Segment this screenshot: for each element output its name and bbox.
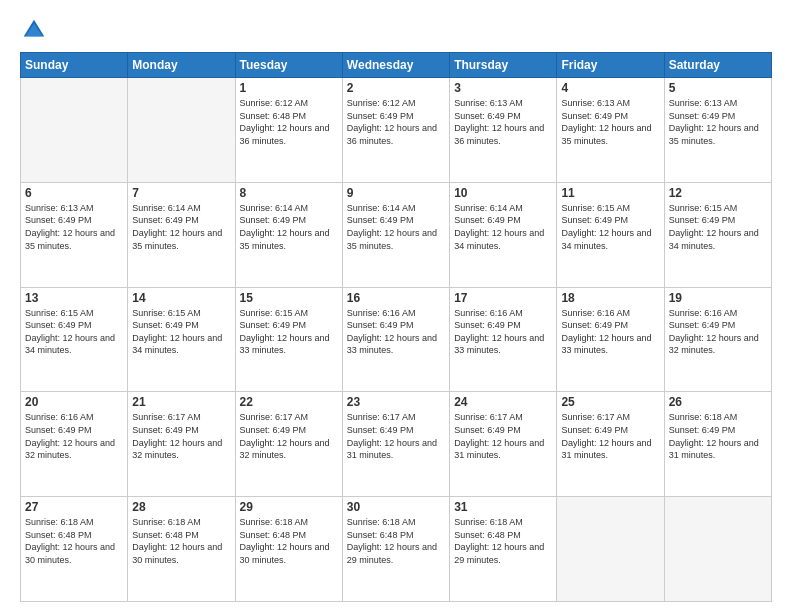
day-detail: Sunrise: 6:12 AM Sunset: 6:49 PM Dayligh…: [347, 97, 445, 147]
calendar-cell: 27Sunrise: 6:18 AM Sunset: 6:48 PM Dayli…: [21, 497, 128, 602]
day-number: 24: [454, 395, 552, 409]
day-detail: Sunrise: 6:14 AM Sunset: 6:49 PM Dayligh…: [454, 202, 552, 252]
calendar-cell: 1Sunrise: 6:12 AM Sunset: 6:48 PM Daylig…: [235, 78, 342, 183]
dow-header-friday: Friday: [557, 53, 664, 78]
calendar-cell: [128, 78, 235, 183]
day-number: 7: [132, 186, 230, 200]
calendar-cell: 4Sunrise: 6:13 AM Sunset: 6:49 PM Daylig…: [557, 78, 664, 183]
day-number: 25: [561, 395, 659, 409]
calendar-cell: [21, 78, 128, 183]
day-detail: Sunrise: 6:16 AM Sunset: 6:49 PM Dayligh…: [561, 307, 659, 357]
calendar-cell: 29Sunrise: 6:18 AM Sunset: 6:48 PM Dayli…: [235, 497, 342, 602]
calendar-cell: 31Sunrise: 6:18 AM Sunset: 6:48 PM Dayli…: [450, 497, 557, 602]
day-detail: Sunrise: 6:18 AM Sunset: 6:48 PM Dayligh…: [132, 516, 230, 566]
day-detail: Sunrise: 6:15 AM Sunset: 6:49 PM Dayligh…: [132, 307, 230, 357]
calendar-cell: 2Sunrise: 6:12 AM Sunset: 6:49 PM Daylig…: [342, 78, 449, 183]
day-number: 11: [561, 186, 659, 200]
calendar-cell: 23Sunrise: 6:17 AM Sunset: 6:49 PM Dayli…: [342, 392, 449, 497]
day-detail: Sunrise: 6:17 AM Sunset: 6:49 PM Dayligh…: [454, 411, 552, 461]
day-number: 13: [25, 291, 123, 305]
day-detail: Sunrise: 6:16 AM Sunset: 6:49 PM Dayligh…: [25, 411, 123, 461]
calendar-cell: 26Sunrise: 6:18 AM Sunset: 6:49 PM Dayli…: [664, 392, 771, 497]
day-number: 5: [669, 81, 767, 95]
calendar-cell: 19Sunrise: 6:16 AM Sunset: 6:49 PM Dayli…: [664, 287, 771, 392]
day-number: 9: [347, 186, 445, 200]
day-detail: Sunrise: 6:17 AM Sunset: 6:49 PM Dayligh…: [561, 411, 659, 461]
dow-header-saturday: Saturday: [664, 53, 771, 78]
calendar-cell: 6Sunrise: 6:13 AM Sunset: 6:49 PM Daylig…: [21, 182, 128, 287]
week-row-1: 1Sunrise: 6:12 AM Sunset: 6:48 PM Daylig…: [21, 78, 772, 183]
day-number: 2: [347, 81, 445, 95]
day-number: 28: [132, 500, 230, 514]
calendar-cell: 20Sunrise: 6:16 AM Sunset: 6:49 PM Dayli…: [21, 392, 128, 497]
day-number: 27: [25, 500, 123, 514]
day-detail: Sunrise: 6:14 AM Sunset: 6:49 PM Dayligh…: [347, 202, 445, 252]
day-detail: Sunrise: 6:13 AM Sunset: 6:49 PM Dayligh…: [454, 97, 552, 147]
calendar-cell: 18Sunrise: 6:16 AM Sunset: 6:49 PM Dayli…: [557, 287, 664, 392]
day-detail: Sunrise: 6:18 AM Sunset: 6:48 PM Dayligh…: [240, 516, 338, 566]
day-number: 15: [240, 291, 338, 305]
day-number: 3: [454, 81, 552, 95]
calendar-cell: 10Sunrise: 6:14 AM Sunset: 6:49 PM Dayli…: [450, 182, 557, 287]
calendar-body: 1Sunrise: 6:12 AM Sunset: 6:48 PM Daylig…: [21, 78, 772, 602]
day-number: 30: [347, 500, 445, 514]
day-number: 17: [454, 291, 552, 305]
calendar-cell: 21Sunrise: 6:17 AM Sunset: 6:49 PM Dayli…: [128, 392, 235, 497]
day-detail: Sunrise: 6:13 AM Sunset: 6:49 PM Dayligh…: [561, 97, 659, 147]
day-number: 14: [132, 291, 230, 305]
dow-header-sunday: Sunday: [21, 53, 128, 78]
calendar-cell: 22Sunrise: 6:17 AM Sunset: 6:49 PM Dayli…: [235, 392, 342, 497]
logo: [20, 16, 52, 44]
day-detail: Sunrise: 6:16 AM Sunset: 6:49 PM Dayligh…: [347, 307, 445, 357]
calendar-cell: 9Sunrise: 6:14 AM Sunset: 6:49 PM Daylig…: [342, 182, 449, 287]
day-detail: Sunrise: 6:18 AM Sunset: 6:48 PM Dayligh…: [347, 516, 445, 566]
day-number: 6: [25, 186, 123, 200]
day-number: 21: [132, 395, 230, 409]
calendar-cell: 7Sunrise: 6:14 AM Sunset: 6:49 PM Daylig…: [128, 182, 235, 287]
day-detail: Sunrise: 6:15 AM Sunset: 6:49 PM Dayligh…: [561, 202, 659, 252]
day-detail: Sunrise: 6:13 AM Sunset: 6:49 PM Dayligh…: [669, 97, 767, 147]
day-detail: Sunrise: 6:13 AM Sunset: 6:49 PM Dayligh…: [25, 202, 123, 252]
dow-header-monday: Monday: [128, 53, 235, 78]
week-row-2: 6Sunrise: 6:13 AM Sunset: 6:49 PM Daylig…: [21, 182, 772, 287]
dow-header-thursday: Thursday: [450, 53, 557, 78]
calendar-cell: 30Sunrise: 6:18 AM Sunset: 6:48 PM Dayli…: [342, 497, 449, 602]
day-number: 16: [347, 291, 445, 305]
day-detail: Sunrise: 6:15 AM Sunset: 6:49 PM Dayligh…: [669, 202, 767, 252]
day-detail: Sunrise: 6:17 AM Sunset: 6:49 PM Dayligh…: [347, 411, 445, 461]
calendar-cell: 28Sunrise: 6:18 AM Sunset: 6:48 PM Dayli…: [128, 497, 235, 602]
day-detail: Sunrise: 6:18 AM Sunset: 6:48 PM Dayligh…: [454, 516, 552, 566]
dow-header-tuesday: Tuesday: [235, 53, 342, 78]
day-detail: Sunrise: 6:18 AM Sunset: 6:49 PM Dayligh…: [669, 411, 767, 461]
week-row-5: 27Sunrise: 6:18 AM Sunset: 6:48 PM Dayli…: [21, 497, 772, 602]
header: [20, 16, 772, 44]
calendar-cell: 13Sunrise: 6:15 AM Sunset: 6:49 PM Dayli…: [21, 287, 128, 392]
day-number: 12: [669, 186, 767, 200]
dow-header-wednesday: Wednesday: [342, 53, 449, 78]
day-number: 1: [240, 81, 338, 95]
days-of-week-row: SundayMondayTuesdayWednesdayThursdayFrid…: [21, 53, 772, 78]
calendar-cell: 12Sunrise: 6:15 AM Sunset: 6:49 PM Dayli…: [664, 182, 771, 287]
day-number: 10: [454, 186, 552, 200]
calendar-cell: 17Sunrise: 6:16 AM Sunset: 6:49 PM Dayli…: [450, 287, 557, 392]
calendar-cell: 11Sunrise: 6:15 AM Sunset: 6:49 PM Dayli…: [557, 182, 664, 287]
calendar-cell: 25Sunrise: 6:17 AM Sunset: 6:49 PM Dayli…: [557, 392, 664, 497]
calendar-table: SundayMondayTuesdayWednesdayThursdayFrid…: [20, 52, 772, 602]
day-number: 18: [561, 291, 659, 305]
day-number: 23: [347, 395, 445, 409]
calendar-cell: [664, 497, 771, 602]
day-number: 31: [454, 500, 552, 514]
day-detail: Sunrise: 6:17 AM Sunset: 6:49 PM Dayligh…: [132, 411, 230, 461]
calendar-cell: 16Sunrise: 6:16 AM Sunset: 6:49 PM Dayli…: [342, 287, 449, 392]
week-row-4: 20Sunrise: 6:16 AM Sunset: 6:49 PM Dayli…: [21, 392, 772, 497]
day-detail: Sunrise: 6:12 AM Sunset: 6:48 PM Dayligh…: [240, 97, 338, 147]
calendar-cell: 5Sunrise: 6:13 AM Sunset: 6:49 PM Daylig…: [664, 78, 771, 183]
calendar-cell: 15Sunrise: 6:15 AM Sunset: 6:49 PM Dayli…: [235, 287, 342, 392]
day-detail: Sunrise: 6:14 AM Sunset: 6:49 PM Dayligh…: [240, 202, 338, 252]
calendar-cell: 3Sunrise: 6:13 AM Sunset: 6:49 PM Daylig…: [450, 78, 557, 183]
day-detail: Sunrise: 6:14 AM Sunset: 6:49 PM Dayligh…: [132, 202, 230, 252]
calendar-cell: [557, 497, 664, 602]
page: SundayMondayTuesdayWednesdayThursdayFrid…: [0, 0, 792, 612]
day-number: 4: [561, 81, 659, 95]
calendar-cell: 8Sunrise: 6:14 AM Sunset: 6:49 PM Daylig…: [235, 182, 342, 287]
